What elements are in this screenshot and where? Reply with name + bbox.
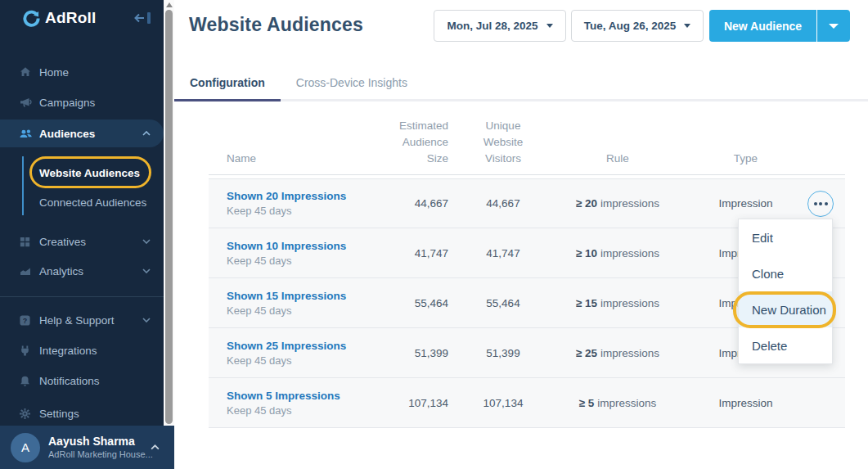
- audience-retention: Keep 45 days: [227, 354, 389, 367]
- sidebar-subitem-label: Connected Audiences: [39, 196, 146, 209]
- sidebar-item-integrations[interactable]: Integrations: [0, 336, 164, 364]
- caret-down-icon: [684, 24, 690, 28]
- chevron-down-icon: [142, 239, 151, 244]
- row-actions-context-menu: Edit Clone New Duration Delete: [738, 219, 833, 364]
- sidebar-item-settings[interactable]: Settings: [0, 399, 164, 427]
- rule-value: ≥ 10: [576, 247, 597, 259]
- chevron-up-icon: [142, 131, 151, 136]
- column-header-unique-website-visitors: Unique Website Visitors: [466, 118, 540, 174]
- home-icon: [19, 65, 33, 79]
- sidebar: AdRoll Home Campaigns Audiences: [0, 0, 174, 469]
- sidebar-item-website-audiences[interactable]: Website Audiences: [39, 164, 140, 182]
- audience-name-link[interactable]: Shown 15 Impressions: [227, 290, 346, 302]
- estimated-size-value: 51,399: [389, 347, 466, 359]
- tab-cross-device-insights[interactable]: Cross-Device Insights: [281, 65, 423, 99]
- column-header-name: Name: [209, 151, 389, 174]
- estimated-size-value: 55,464: [389, 297, 466, 309]
- sidebar-item-label: Campaigns: [39, 97, 95, 109]
- grid-icon: [19, 235, 33, 249]
- scrollbar-up-arrow-icon[interactable]: [166, 2, 173, 7]
- tab-bar: Configuration Cross-Device Insights: [174, 65, 868, 101]
- sidebar-item-connected-audiences[interactable]: Connected Audiences: [39, 193, 146, 211]
- start-date-value: Mon, Jul 28, 2025: [447, 20, 537, 32]
- end-date-picker[interactable]: Tue, Aug 26, 2025: [571, 10, 704, 42]
- rule-unit: impressions: [597, 397, 656, 409]
- rule-value: ≥ 20: [576, 197, 597, 210]
- bell-icon: [19, 374, 33, 388]
- sidebar-item-campaigns[interactable]: Campaigns: [0, 88, 164, 116]
- menu-item-new-duration[interactable]: New Duration: [739, 291, 832, 327]
- sidebar-scrollbar-thumb[interactable]: [165, 10, 173, 424]
- menu-item-clone[interactable]: Clone: [739, 255, 832, 291]
- audience-name-link[interactable]: Shown 5 Impressions: [227, 390, 340, 402]
- sidebar-item-analytics[interactable]: Analytics: [0, 257, 164, 285]
- people-icon: [19, 127, 33, 141]
- sidebar-item-label: Integrations: [39, 345, 97, 357]
- unique-visitors-value: 44,667: [466, 197, 540, 210]
- user-name: Aayush Sharma: [48, 435, 153, 449]
- tab-configuration[interactable]: Configuration: [174, 65, 281, 101]
- adroll-logo-icon: [23, 10, 40, 27]
- rule-unit: impressions: [600, 247, 659, 259]
- audience-type: Impression: [695, 397, 796, 409]
- audience-name-link[interactable]: Shown 10 Impressions: [227, 240, 346, 252]
- adroll-logo[interactable]: AdRoll: [23, 9, 96, 27]
- sidebar-collapse-button[interactable]: [133, 11, 153, 25]
- sidebar-item-creatives[interactable]: Creatives: [0, 228, 164, 255]
- audience-name-link[interactable]: Shown 20 Impressions: [227, 190, 346, 202]
- sidebar-item-label: Home: [39, 66, 69, 79]
- sidebar-item-notifications[interactable]: Notifications: [0, 367, 164, 395]
- gear-icon: [19, 407, 33, 421]
- end-date-value: Tue, Aug 26, 2025: [584, 20, 677, 32]
- sidebar-item-audiences[interactable]: Audiences: [0, 120, 164, 147]
- chevron-down-icon: [142, 318, 151, 322]
- menu-item-edit[interactable]: Edit: [739, 219, 832, 255]
- column-header-type: Type: [695, 151, 796, 174]
- chevron-up-icon: [151, 444, 160, 450]
- sidebar-item-label: Settings: [39, 408, 79, 420]
- help-icon: ?: [19, 313, 33, 327]
- menu-item-delete[interactable]: Delete: [739, 327, 832, 363]
- row-actions-button[interactable]: [807, 191, 834, 217]
- svg-text:?: ?: [23, 316, 27, 324]
- audience-type: Impression: [695, 197, 796, 210]
- rule-unit: impressions: [600, 347, 659, 359]
- sidebar-item-home[interactable]: Home: [0, 58, 164, 86]
- rule-value: ≥ 5: [579, 397, 595, 409]
- start-date-picker[interactable]: Mon, Jul 28, 2025: [434, 10, 566, 42]
- tab-label: Configuration: [190, 76, 265, 89]
- audience-name-link[interactable]: Shown 25 Impressions: [227, 340, 346, 352]
- sidebar-divider: [0, 296, 164, 297]
- main-content: Website Audiences Mon, Jul 28, 2025 Tue,…: [174, 0, 868, 469]
- sidebar-item-label: Help & Support: [39, 314, 115, 327]
- table-header-row: Name Estimated Audience Size Unique Webs…: [209, 115, 845, 175]
- rule-value: ≥ 25: [576, 347, 597, 359]
- column-header-estimated-audience-size: Estimated Audience Size: [389, 118, 466, 174]
- adroll-app-window: AdRoll Home Campaigns Audiences: [0, 0, 868, 469]
- unique-visitors-value: 51,399: [466, 347, 540, 359]
- new-audience-dropdown-button[interactable]: [817, 10, 850, 42]
- user-organization: AdRoll Marketing House...: [48, 449, 153, 460]
- audience-retention: Keep 45 days: [227, 304, 389, 317]
- avatar: A: [11, 433, 40, 462]
- table-row: Shown 5 Impressions Keep 45 days 107,134…: [209, 378, 845, 428]
- sidebar-item-label: Audiences: [39, 128, 95, 140]
- user-account-menu[interactable]: A Aayush Sharma AdRoll Marketing House..…: [0, 426, 174, 469]
- new-audience-label: New Audience: [724, 20, 802, 33]
- adroll-logo-text: AdRoll: [45, 9, 96, 27]
- new-audience-button[interactable]: New Audience: [709, 10, 816, 42]
- unique-visitors-value: 55,464: [466, 297, 540, 309]
- audience-retention: Keep 45 days: [227, 404, 389, 417]
- sidebar-item-help-support[interactable]: ? Help & Support: [0, 306, 164, 334]
- sidebar-subitem-label: Website Audiences: [39, 167, 140, 179]
- rule-unit: impressions: [600, 297, 659, 309]
- estimated-size-value: 44,667: [389, 197, 466, 210]
- submenu-indicator-line: [22, 156, 24, 215]
- sidebar-scrollbar[interactable]: [164, 0, 174, 469]
- megaphone-icon: [19, 96, 33, 110]
- estimated-size-value: 41,747: [389, 247, 466, 259]
- tab-label: Cross-Device Insights: [296, 76, 407, 89]
- page-title: Website Audiences: [189, 14, 363, 36]
- sidebar-item-label: Analytics: [39, 265, 83, 277]
- unique-visitors-value: 41,747: [466, 247, 540, 259]
